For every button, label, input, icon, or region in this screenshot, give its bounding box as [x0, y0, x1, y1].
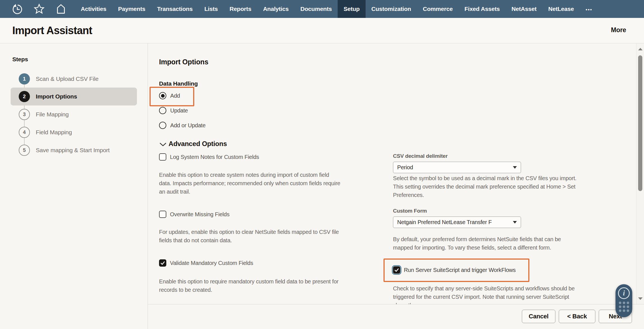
scroll-up-arrow-icon[interactable] [638, 48, 643, 50]
nav-item-documents[interactable]: Documents [295, 0, 338, 18]
csv-decimal-delimiter-value: Period [397, 164, 510, 171]
nav-item-reports[interactable]: Reports [224, 0, 257, 18]
step-4-circle: 4 [19, 127, 30, 138]
data-handling-heading: Data Handling [159, 80, 198, 87]
nav-item-commerce[interactable]: Commerce [417, 0, 459, 18]
step-1-label: Scan & Upload CSV File [36, 76, 98, 82]
top-nav: Activities Payments Transactions Lists R… [0, 0, 644, 18]
chevron-down-icon[interactable] [159, 142, 167, 148]
info-icon[interactable]: i [618, 287, 630, 299]
step-4-label: Field Mapping [36, 129, 72, 136]
overwrite-missing-label: Overwrite Missing Fields [170, 211, 229, 218]
overwrite-missing-description: For updates, enable this option to clear… [159, 228, 388, 245]
import-options-heading: Import Options [159, 58, 208, 66]
radio-update[interactable]: Update [159, 107, 188, 114]
vertical-scrollbar[interactable] [636, 43, 644, 304]
custom-form-value: Netgain Preferred NetLease Transfer F [397, 219, 510, 225]
radio-add-or-update-label: Add or Update [170, 122, 205, 129]
step-2-label: Import Options [36, 93, 77, 100]
csv-decimal-delimiter-label: CSV decimal delimiter [393, 153, 448, 159]
scroll-down-arrow-icon[interactable] [638, 297, 643, 300]
overwrite-missing-checkbox[interactable] [159, 211, 166, 218]
checkbox-run-suitescript[interactable]: Run Server SuiteScript and trigger WorkF… [393, 266, 516, 274]
log-system-notes-label: Log System Notes for Custom Fields [170, 154, 259, 160]
checkbox-overwrite-missing[interactable]: Overwrite Missing Fields [159, 211, 229, 218]
radio-add-control[interactable] [159, 92, 166, 99]
radio-update-label: Update [170, 107, 188, 114]
validate-mandatory-checkbox[interactable] [159, 259, 166, 267]
more-button[interactable]: More [611, 26, 626, 34]
csv-decimal-delimiter-description: Select the symbol to be used as a decima… [393, 174, 619, 199]
advanced-options-heading[interactable]: Advanced Options [169, 140, 227, 148]
step-5-circle: 5 [19, 145, 30, 156]
nav-item-transactions[interactable]: Transactions [151, 0, 198, 18]
steps-heading: Steps [12, 56, 28, 63]
nav-menu: Activities Payments Transactions Lists R… [75, 0, 598, 18]
nav-item-fixed-assets[interactable]: Fixed Assets [459, 0, 506, 18]
star-icon[interactable] [33, 3, 45, 15]
validate-mandatory-description: Enable this option to require mandatory … [159, 277, 388, 294]
radio-update-control[interactable] [159, 107, 166, 114]
wizard-footer: Cancel < Back Next [148, 304, 644, 329]
radio-add-label: Add [170, 93, 180, 99]
nav-item-customization[interactable]: Customization [366, 0, 417, 18]
nav-item-lists[interactable]: Lists [198, 0, 224, 18]
nav-item-setup[interactable]: Setup [338, 0, 365, 18]
step-3-file-mapping[interactable]: 3 File Mapping [0, 105, 140, 123]
step-5-save-mapping[interactable]: 5 Save mapping & Start Import [0, 141, 140, 159]
step-2-circle: 2 [19, 91, 30, 102]
back-button[interactable]: < Back [559, 310, 595, 323]
step-3-label: File Mapping [36, 111, 69, 118]
log-system-notes-checkbox[interactable] [159, 153, 166, 161]
step-5-label: Save mapping & Start Import [36, 147, 110, 154]
step-2-import-options[interactable]: 2 Import Options [0, 88, 140, 105]
dropdown-caret-icon [513, 221, 517, 224]
cancel-button[interactable]: Cancel [522, 310, 555, 323]
nav-item-analytics[interactable]: Analytics [257, 0, 295, 18]
run-suitescript-checkbox[interactable] [393, 266, 400, 274]
custom-form-description: By default, your preferred form determin… [393, 235, 619, 252]
scrollbar-thumb[interactable] [638, 55, 642, 191]
validate-mandatory-label: Validate Mandatory Custom Fields [170, 260, 253, 266]
history-icon[interactable] [11, 3, 23, 15]
log-system-notes-description: Enable this option to create system note… [159, 171, 388, 196]
checkbox-validate-mandatory[interactable]: Validate Mandatory Custom Fields [159, 259, 253, 267]
steps-sidebar: Steps 1 Scan & Upload CSV File 2 Import … [0, 43, 148, 329]
radio-add-or-update-control[interactable] [159, 122, 166, 129]
checkbox-log-system-notes[interactable]: Log System Notes for Custom Fields [159, 153, 259, 161]
nav-item-netasset[interactable]: NetAsset [506, 0, 542, 18]
radio-selected-dot [161, 94, 165, 98]
csv-decimal-delimiter-select[interactable]: Period [393, 162, 521, 173]
drag-handle-dots-icon[interactable] [619, 302, 629, 312]
help-widget-pill[interactable]: i [615, 284, 632, 317]
step-1-circle: 1 [19, 73, 30, 84]
step-1-scan-upload[interactable]: 1 Scan & Upload CSV File [0, 70, 140, 88]
dropdown-caret-icon [513, 166, 517, 169]
page-header: Import Assistant More [0, 18, 644, 43]
nav-icon-group [0, 0, 75, 18]
step-3-circle: 3 [19, 109, 30, 120]
step-4-field-mapping[interactable]: 4 Field Mapping [0, 123, 140, 141]
run-suitescript-label: Run Server SuiteScript and trigger WorkF… [404, 267, 516, 273]
custom-form-select[interactable]: Netgain Preferred NetLease Transfer F [393, 217, 521, 228]
custom-form-label: Custom Form [393, 208, 427, 214]
nav-item-activities[interactable]: Activities [75, 0, 112, 18]
radio-add-or-update[interactable]: Add or Update [159, 122, 205, 129]
page-title: Import Assistant [12, 25, 92, 37]
radio-add[interactable]: Add [159, 92, 180, 99]
nav-overflow-menu[interactable]: ••• [580, 0, 598, 18]
nav-item-netlease[interactable]: NetLease [542, 0, 580, 18]
home-icon[interactable] [55, 3, 67, 15]
nav-item-payments[interactable]: Payments [112, 0, 151, 18]
